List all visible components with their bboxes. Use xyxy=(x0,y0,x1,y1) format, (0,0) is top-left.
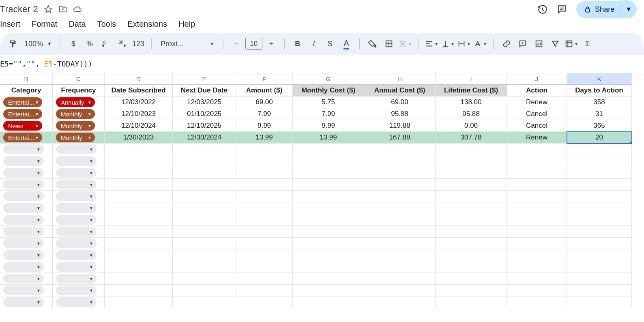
cell[interactable] xyxy=(173,238,236,249)
cell[interactable]: 69.00 xyxy=(364,97,436,108)
empty-pill[interactable]: ▼ xyxy=(3,168,44,178)
header-cell[interactable]: Category xyxy=(0,85,53,97)
cell[interactable] xyxy=(173,226,236,238)
cell[interactable] xyxy=(567,249,632,261)
col-header-D[interactable]: D xyxy=(105,73,173,85)
frequency-pill[interactable]: Monthly▼ xyxy=(56,121,95,131)
category-pill[interactable]: News▼ xyxy=(3,121,42,131)
empty-pill[interactable]: ▼ xyxy=(56,250,97,260)
empty-pill[interactable]: ▼ xyxy=(56,238,97,248)
cell[interactable]: Cancel xyxy=(507,120,567,132)
cell[interactable] xyxy=(436,167,507,179)
cell[interactable] xyxy=(105,238,173,249)
cell[interactable]: ▼ xyxy=(53,249,105,261)
h-align-icon[interactable]: ▼ xyxy=(424,37,439,51)
cell[interactable]: 12/30/2024 xyxy=(173,132,236,144)
cell[interactable] xyxy=(567,273,632,285)
cell[interactable]: Renew xyxy=(507,132,567,144)
cell[interactable] xyxy=(364,167,436,179)
cell[interactable] xyxy=(507,167,567,179)
empty-pill[interactable]: ▼ xyxy=(3,238,44,248)
empty-pill[interactable]: ▼ xyxy=(56,297,97,307)
cell[interactable] xyxy=(105,261,173,273)
menu-help[interactable]: Help xyxy=(178,19,195,29)
cell[interactable]: News▼ xyxy=(0,120,53,132)
cell[interactable] xyxy=(567,191,632,202)
header-cell[interactable]: Next Due Date xyxy=(173,85,236,97)
cell[interactable] xyxy=(173,191,236,202)
rotation-icon[interactable]: ▼ xyxy=(473,37,487,51)
cell[interactable]: Renew xyxy=(507,97,567,108)
italic-icon[interactable]: I xyxy=(307,37,321,51)
cell[interactable] xyxy=(293,249,364,261)
comment-icon[interactable] xyxy=(557,4,567,15)
cell[interactable] xyxy=(567,155,632,167)
cell[interactable] xyxy=(293,202,364,214)
cell[interactable]: ▼ xyxy=(0,155,53,167)
cell[interactable] xyxy=(567,167,632,179)
cell[interactable]: 31 xyxy=(567,108,632,120)
cell[interactable] xyxy=(236,249,293,261)
cell[interactable] xyxy=(507,296,567,308)
cell[interactable]: 12/10/2023 xyxy=(105,108,173,120)
cell[interactable] xyxy=(364,214,436,226)
cell[interactable] xyxy=(436,238,507,249)
cell[interactable] xyxy=(173,261,236,273)
spreadsheet-grid[interactable]: BCDEFGHIJK CategoryFrequencyDate Subscri… xyxy=(0,73,644,308)
cell[interactable]: 9.99 xyxy=(236,120,293,132)
header-cell[interactable]: Lifetime Cost ($) xyxy=(436,85,507,97)
cell[interactable] xyxy=(105,191,173,202)
cell[interactable] xyxy=(236,179,293,191)
cell[interactable]: 01/10/2025 xyxy=(173,108,236,120)
cell[interactable]: ▼ xyxy=(53,179,105,191)
menu-format[interactable]: Format xyxy=(32,19,57,29)
cell[interactable] xyxy=(567,214,632,226)
cell[interactable] xyxy=(364,285,436,296)
cell[interactable]: 95.88 xyxy=(364,108,436,120)
cell[interactable]: 7.99 xyxy=(236,108,293,120)
header-cell[interactable]: Days to Action xyxy=(567,85,632,97)
v-align-icon[interactable]: ▼ xyxy=(440,37,455,51)
cloud-status-icon[interactable] xyxy=(73,5,82,14)
cell[interactable]: 13.99 xyxy=(293,132,364,144)
cell[interactable] xyxy=(105,249,173,261)
cell[interactable] xyxy=(567,202,632,214)
cell[interactable] xyxy=(293,214,364,226)
cell[interactable]: ▼ xyxy=(53,155,105,167)
empty-pill[interactable]: ▼ xyxy=(56,156,97,166)
empty-pill[interactable]: ▼ xyxy=(3,274,44,283)
cell[interactable] xyxy=(507,179,567,191)
empty-pill[interactable]: ▼ xyxy=(56,203,97,213)
cell[interactable] xyxy=(567,144,632,155)
cell[interactable] xyxy=(236,285,293,296)
cell[interactable]: ▼ xyxy=(53,202,105,214)
cell[interactable] xyxy=(364,273,436,285)
cell[interactable] xyxy=(364,249,436,261)
col-header-G[interactable]: G xyxy=(293,73,364,85)
cell[interactable] xyxy=(436,296,507,308)
cell[interactable] xyxy=(173,296,236,308)
cell[interactable]: 12/03/2022 xyxy=(105,97,173,108)
cell[interactable] xyxy=(236,273,293,285)
menu-insert[interactable]: Insert xyxy=(0,19,20,29)
cell[interactable]: 20 xyxy=(567,132,632,144)
increase-decimal-icon[interactable]: .00 xyxy=(115,37,129,51)
cell[interactable]: Entertai...▼ xyxy=(0,97,53,108)
cell[interactable]: 138.00 xyxy=(436,97,507,108)
cell[interactable] xyxy=(507,202,567,214)
number-format-icon[interactable]: 123 xyxy=(131,37,146,51)
cell[interactable]: Cancel xyxy=(507,108,567,120)
cell[interactable]: ▼ xyxy=(53,285,105,296)
cell[interactable] xyxy=(436,226,507,238)
col-header-H[interactable]: H xyxy=(364,73,436,85)
merge-cells-icon[interactable]: ▼ xyxy=(398,37,412,51)
col-header-F[interactable]: F xyxy=(236,73,293,85)
cell[interactable]: ▼ xyxy=(0,202,53,214)
cell[interactable] xyxy=(364,261,436,273)
cell[interactable] xyxy=(436,285,507,296)
cell[interactable] xyxy=(236,226,293,238)
cell[interactable] xyxy=(364,296,436,308)
cell[interactable] xyxy=(105,202,173,214)
cell[interactable]: ▼ xyxy=(53,273,105,285)
decrease-font-icon[interactable]: − xyxy=(229,37,244,51)
